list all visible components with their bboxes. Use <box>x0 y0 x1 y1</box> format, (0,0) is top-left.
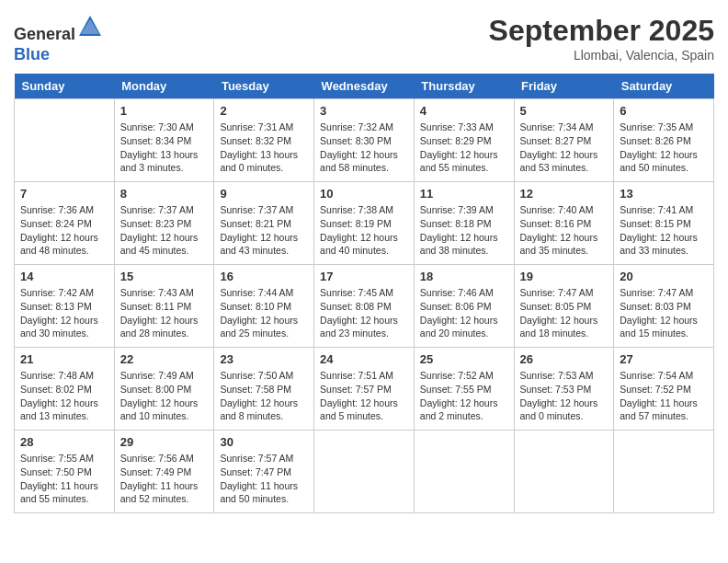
day-number: 7 <box>20 187 108 201</box>
month-title: September 2025 <box>489 14 714 48</box>
location: Llombai, Valencia, Spain <box>489 48 714 63</box>
day-cell: 23Sunrise: 7:50 AM Sunset: 7:58 PM Dayli… <box>214 348 314 431</box>
day-number: 24 <box>320 352 408 366</box>
day-cell: 28Sunrise: 7:55 AM Sunset: 7:50 PM Dayli… <box>15 431 115 513</box>
day-number: 3 <box>320 104 408 118</box>
day-info: Sunrise: 7:45 AM Sunset: 8:08 PM Dayligh… <box>320 286 408 340</box>
day-number: 2 <box>220 104 308 118</box>
day-number: 30 <box>220 435 308 449</box>
logo-icon <box>77 14 103 40</box>
day-cell: 13Sunrise: 7:41 AM Sunset: 8:15 PM Dayli… <box>614 182 714 265</box>
day-cell: 8Sunrise: 7:37 AM Sunset: 8:23 PM Daylig… <box>114 182 214 265</box>
logo: General Blue <box>14 14 103 64</box>
day-number: 16 <box>220 270 308 283</box>
day-info: Sunrise: 7:41 AM Sunset: 8:15 PM Dayligh… <box>620 203 708 258</box>
day-number: 29 <box>120 435 209 449</box>
day-info: Sunrise: 7:51 AM Sunset: 7:57 PM Dayligh… <box>320 369 408 423</box>
day-number: 13 <box>620 187 708 201</box>
day-info: Sunrise: 7:32 AM Sunset: 8:30 PM Dayligh… <box>320 121 408 175</box>
day-info: Sunrise: 7:39 AM Sunset: 8:18 PM Dayligh… <box>420 203 508 258</box>
day-number: 10 <box>320 187 408 201</box>
day-header-wednesday: Wednesday <box>314 74 415 99</box>
day-number: 17 <box>320 270 408 283</box>
day-cell: 1Sunrise: 7:30 AM Sunset: 8:34 PM Daylig… <box>114 99 214 182</box>
day-cell: 29Sunrise: 7:56 AM Sunset: 7:49 PM Dayli… <box>114 431 214 513</box>
day-number: 12 <box>520 187 609 201</box>
day-cell: 22Sunrise: 7:49 AM Sunset: 8:00 PM Dayli… <box>114 348 214 431</box>
day-cell <box>414 431 514 513</box>
day-header-tuesday: Tuesday <box>214 74 314 99</box>
day-number: 11 <box>420 187 508 201</box>
day-cell: 3Sunrise: 7:32 AM Sunset: 8:30 PM Daylig… <box>314 99 415 182</box>
day-cell: 9Sunrise: 7:37 AM Sunset: 8:21 PM Daylig… <box>214 182 314 265</box>
calendar-table: SundayMondayTuesdayWednesdayThursdayFrid… <box>14 74 714 513</box>
day-number: 20 <box>620 270 708 283</box>
day-number: 9 <box>220 187 308 201</box>
day-info: Sunrise: 7:47 AM Sunset: 8:03 PM Dayligh… <box>620 286 708 340</box>
day-number: 6 <box>620 104 708 118</box>
day-cell: 11Sunrise: 7:39 AM Sunset: 8:18 PM Dayli… <box>414 182 514 265</box>
day-header-friday: Friday <box>514 74 614 99</box>
day-info: Sunrise: 7:54 AM Sunset: 7:52 PM Dayligh… <box>620 369 708 423</box>
day-cell: 14Sunrise: 7:42 AM Sunset: 8:13 PM Dayli… <box>15 265 115 348</box>
day-number: 27 <box>620 352 708 366</box>
day-cell: 7Sunrise: 7:36 AM Sunset: 8:24 PM Daylig… <box>15 182 115 265</box>
logo-general-text: General <box>14 25 75 43</box>
day-header-saturday: Saturday <box>614 74 714 99</box>
day-cell: 17Sunrise: 7:45 AM Sunset: 8:08 PM Dayli… <box>314 265 415 348</box>
day-number: 18 <box>420 270 508 283</box>
day-info: Sunrise: 7:36 AM Sunset: 8:24 PM Dayligh… <box>20 203 108 258</box>
day-info: Sunrise: 7:30 AM Sunset: 8:34 PM Dayligh… <box>120 121 209 175</box>
day-info: Sunrise: 7:40 AM Sunset: 8:16 PM Dayligh… <box>520 203 609 258</box>
day-info: Sunrise: 7:34 AM Sunset: 8:27 PM Dayligh… <box>520 121 609 175</box>
day-info: Sunrise: 7:49 AM Sunset: 8:00 PM Dayligh… <box>120 369 209 423</box>
week-row-1: 1Sunrise: 7:30 AM Sunset: 8:34 PM Daylig… <box>15 99 714 182</box>
day-header-thursday: Thursday <box>414 74 514 99</box>
day-cell: 4Sunrise: 7:33 AM Sunset: 8:29 PM Daylig… <box>414 99 514 182</box>
day-cell: 10Sunrise: 7:38 AM Sunset: 8:19 PM Dayli… <box>314 182 415 265</box>
day-info: Sunrise: 7:52 AM Sunset: 7:55 PM Dayligh… <box>420 369 508 423</box>
day-cell: 24Sunrise: 7:51 AM Sunset: 7:57 PM Dayli… <box>314 348 415 431</box>
day-info: Sunrise: 7:37 AM Sunset: 8:23 PM Dayligh… <box>120 203 209 258</box>
week-row-4: 21Sunrise: 7:48 AM Sunset: 8:02 PM Dayli… <box>15 348 714 431</box>
svg-marker-1 <box>81 19 99 34</box>
week-row-2: 7Sunrise: 7:36 AM Sunset: 8:24 PM Daylig… <box>15 182 714 265</box>
day-cell <box>514 431 614 513</box>
day-info: Sunrise: 7:53 AM Sunset: 7:53 PM Dayligh… <box>520 369 609 423</box>
day-header-row: SundayMondayTuesdayWednesdayThursdayFrid… <box>15 74 714 99</box>
day-info: Sunrise: 7:55 AM Sunset: 7:50 PM Dayligh… <box>20 452 108 506</box>
day-header-sunday: Sunday <box>15 74 115 99</box>
day-number: 21 <box>20 352 108 366</box>
day-info: Sunrise: 7:57 AM Sunset: 7:47 PM Dayligh… <box>220 452 308 506</box>
title-block: September 2025 Llombai, Valencia, Spain <box>489 14 714 63</box>
day-info: Sunrise: 7:37 AM Sunset: 8:21 PM Dayligh… <box>220 203 308 258</box>
day-info: Sunrise: 7:35 AM Sunset: 8:26 PM Dayligh… <box>620 121 708 175</box>
day-info: Sunrise: 7:47 AM Sunset: 8:05 PM Dayligh… <box>520 286 609 340</box>
day-number: 5 <box>520 104 609 118</box>
day-number: 14 <box>20 270 108 283</box>
day-number: 23 <box>220 352 308 366</box>
day-cell: 6Sunrise: 7:35 AM Sunset: 8:26 PM Daylig… <box>614 99 714 182</box>
day-cell: 15Sunrise: 7:43 AM Sunset: 8:11 PM Dayli… <box>114 265 214 348</box>
day-cell <box>314 431 415 513</box>
day-number: 25 <box>420 352 508 366</box>
logo-blue-text: Blue <box>14 45 50 63</box>
day-info: Sunrise: 7:44 AM Sunset: 8:10 PM Dayligh… <box>220 286 308 340</box>
day-cell: 26Sunrise: 7:53 AM Sunset: 7:53 PM Dayli… <box>514 348 614 431</box>
day-cell: 19Sunrise: 7:47 AM Sunset: 8:05 PM Dayli… <box>514 265 614 348</box>
day-cell: 2Sunrise: 7:31 AM Sunset: 8:32 PM Daylig… <box>214 99 314 182</box>
day-info: Sunrise: 7:38 AM Sunset: 8:19 PM Dayligh… <box>320 203 408 258</box>
day-info: Sunrise: 7:48 AM Sunset: 8:02 PM Dayligh… <box>20 369 108 423</box>
week-row-3: 14Sunrise: 7:42 AM Sunset: 8:13 PM Dayli… <box>15 265 714 348</box>
day-info: Sunrise: 7:42 AM Sunset: 8:13 PM Dayligh… <box>20 286 108 340</box>
day-info: Sunrise: 7:50 AM Sunset: 7:58 PM Dayligh… <box>220 369 308 423</box>
day-info: Sunrise: 7:56 AM Sunset: 7:49 PM Dayligh… <box>120 452 209 506</box>
day-cell: 5Sunrise: 7:34 AM Sunset: 8:27 PM Daylig… <box>514 99 614 182</box>
week-row-5: 28Sunrise: 7:55 AM Sunset: 7:50 PM Dayli… <box>15 431 714 513</box>
day-info: Sunrise: 7:43 AM Sunset: 8:11 PM Dayligh… <box>120 286 209 340</box>
day-cell: 25Sunrise: 7:52 AM Sunset: 7:55 PM Dayli… <box>414 348 514 431</box>
day-number: 26 <box>520 352 609 366</box>
day-cell: 16Sunrise: 7:44 AM Sunset: 8:10 PM Dayli… <box>214 265 314 348</box>
day-number: 19 <box>520 270 609 283</box>
day-info: Sunrise: 7:46 AM Sunset: 8:06 PM Dayligh… <box>420 286 508 340</box>
